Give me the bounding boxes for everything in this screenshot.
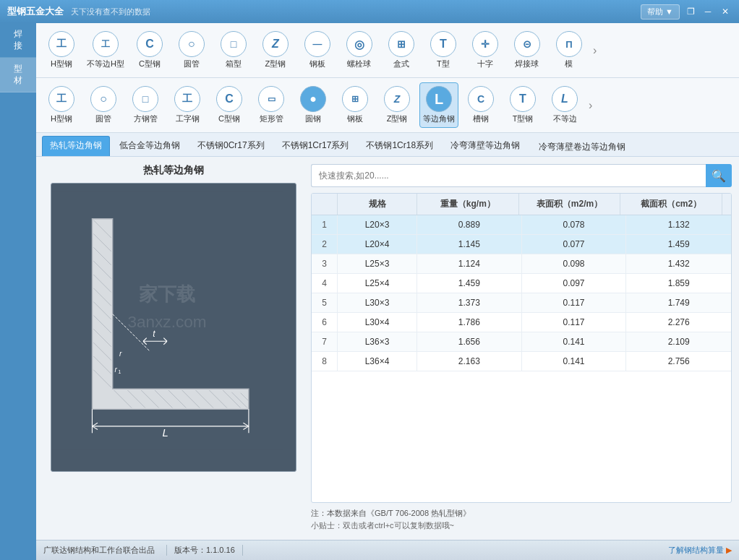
cell-num: 5 <box>312 293 338 312</box>
table-row[interactable]: 1 L20×3 0.889 0.078 1.132 <box>312 215 731 235</box>
data-section: 热轧等边角钢 家下载 3anxz.com <box>36 157 739 540</box>
cat-item-mold[interactable]: Π 模 <box>550 27 589 73</box>
learn-link[interactable]: 了解钢结构算量 ▶ <box>668 545 732 556</box>
table-row[interactable]: 4 L25×4 1.459 0.097 1.859 <box>312 274 731 293</box>
cat-item-box[interactable]: □ 箱型 <box>214 27 253 73</box>
cat-item-c-beam2[interactable]: C C型钢 <box>210 82 249 128</box>
row1-arrow[interactable]: › <box>591 44 598 57</box>
status-brand: 广联达钢结构和工作台联合出品 <box>43 545 155 556</box>
cat-icon-h2: 工 <box>48 86 74 112</box>
cat-icon-t1: T <box>430 31 456 57</box>
table-row[interactable]: 6 L30×4 1.786 0.117 2.276 <box>312 313 731 332</box>
cell-weight: 2.163 <box>417 352 522 371</box>
cat-label-plate1: 钢板 <box>309 59 325 69</box>
table-row[interactable]: 8 L36×4 2.163 0.141 2.756 <box>312 352 731 371</box>
cat-label-cross: 十字 <box>477 59 493 69</box>
cat-icon-plate1: ─ <box>304 31 330 57</box>
cell-section: 1.432 <box>626 254 731 273</box>
sub-tab-cold-thin[interactable]: 冷弯薄壁等边角钢 <box>443 136 528 156</box>
cell-num: 8 <box>312 352 338 371</box>
cat-label-rt1: 圆管 <box>184 59 200 69</box>
cat-item-round-tube1[interactable]: ○ 圆管 <box>172 27 211 73</box>
cat-label-rs: 圆钢 <box>305 113 321 124</box>
table-row[interactable]: 7 L36×3 1.656 0.141 2.109 <box>312 332 731 352</box>
sidebar: 焊接 型材 <box>0 23 36 560</box>
svg-text:1: 1 <box>118 369 121 375</box>
cat-item-t2[interactable]: T T型钢 <box>503 82 542 128</box>
cell-weight: 0.889 <box>417 215 522 234</box>
cat-item-unequal-h[interactable]: 工 不等边H型 <box>84 27 127 73</box>
cat-item-steel-plate2[interactable]: ⊞ 钢板 <box>336 82 375 128</box>
cat-icon-bb: ◎ <box>346 31 372 57</box>
cat-label-z1: Z型钢 <box>265 59 286 69</box>
svg-text:L: L <box>162 426 168 439</box>
sidebar-item-profile[interactable]: 型材 <box>0 58 36 92</box>
cat-item-groove[interactable]: C 槽钢 <box>461 82 500 128</box>
table-row[interactable]: 5 L30×3 1.373 0.117 1.749 <box>312 293 731 313</box>
category-row-2: 工 H型钢 ○ 圆管 □ 方钢管 工 工字钢 C C型钢 <box>42 82 733 128</box>
cat-item-unequal[interactable]: L 不等边 <box>545 82 584 128</box>
cat-label-z2: Z型钢 <box>387 113 408 124</box>
sub-tab-cold-coil[interactable]: 冷弯薄壁卷边等边角钢 <box>531 137 633 156</box>
cat-item-sq-tube[interactable]: □ 方钢管 <box>126 82 165 128</box>
table-content: 1 L20×3 0.889 0.078 1.132 2 L20×4 1.145 … <box>312 215 731 502</box>
cat-item-box2[interactable]: ⊞ 盒式 <box>382 27 421 73</box>
restore-button[interactable]: ❐ <box>684 5 697 18</box>
cat-item-h-beam[interactable]: 工 H型钢 <box>42 27 81 73</box>
cell-area: 0.117 <box>522 293 627 312</box>
table-row[interactable]: 3 L25×3 1.124 0.098 1.432 <box>312 254 731 274</box>
cat-icon-c1: C <box>137 31 163 57</box>
cat-label-uL: 不等边 <box>553 113 577 124</box>
status-bar: 广联达钢结构和工作台联合出品 版本号：1.1.0.16 了解钢结构算量 ▶ <box>36 540 739 560</box>
row2-arrow[interactable]: › <box>587 99 594 112</box>
svg-text:t: t <box>153 329 155 339</box>
cat-item-plate1[interactable]: ─ 钢板 <box>298 27 337 73</box>
cell-spec: L30×3 <box>338 293 417 312</box>
cell-weight: 1.373 <box>417 293 522 312</box>
help-button[interactable]: 帮助 ▼ <box>641 4 680 20</box>
cat-item-weld-ball[interactable]: ⊝ 焊接球 <box>508 27 547 73</box>
sidebar-item-welding[interactable]: 焊接 <box>0 23 36 58</box>
cell-spec: L25×3 <box>338 254 417 273</box>
sub-tab-hot-equal[interactable]: 热轧等边角钢 <box>42 136 110 156</box>
cell-spec: L20×4 <box>338 235 417 254</box>
cat-icon-L: L <box>426 86 452 112</box>
cat-icon-uL: L <box>552 86 578 112</box>
table-body[interactable]: 1 L20×3 0.889 0.078 1.132 2 L20×4 1.145 … <box>312 215 731 481</box>
search-button[interactable]: 🔍 <box>706 164 732 187</box>
cat-icon-mold: Π <box>556 31 582 57</box>
cell-num: 1 <box>312 215 338 234</box>
sub-tab-ss-1cr17[interactable]: 不锈钢1Cr17系列 <box>274 136 357 156</box>
cat-label-mold: 模 <box>565 59 573 69</box>
category-section-2: 工 H型钢 ○ 圆管 □ 方钢管 工 工字钢 C C型钢 <box>36 78 739 133</box>
cat-item-t1[interactable]: T T型 <box>424 27 463 73</box>
cell-section: 2.276 <box>626 313 731 332</box>
search-input[interactable] <box>311 164 706 187</box>
cat-item-z1[interactable]: Z Z型钢 <box>256 27 295 73</box>
col-spec: 规格 <box>338 194 417 215</box>
minimize-button[interactable]: ─ <box>701 5 714 18</box>
cat-item-c-beam1[interactable]: C C型钢 <box>130 27 169 73</box>
cat-item-round-steel[interactable]: ● 圆钢 <box>294 82 333 128</box>
cat-label-i: 工字钢 <box>176 113 200 124</box>
cat-icon-wb: ⊝ <box>514 31 540 57</box>
title-bar: 型钢五金大全 天下没有查不到的数据 帮助 ▼ ❐ ─ ✕ <box>0 0 739 23</box>
cat-item-round-tube2[interactable]: ○ 圆管 <box>84 82 123 128</box>
cat-item-bolt-ball[interactable]: ◎ 螺栓球 <box>340 27 379 73</box>
sub-tab-ss-0cr17[interactable]: 不锈钢0Cr17系列 <box>189 136 273 156</box>
cat-item-rect-tube[interactable]: ▭ 矩形管 <box>252 82 291 128</box>
table-row[interactable]: 2 L20×4 1.145 0.077 1.459 <box>312 235 731 254</box>
col-area: 表面积（m2/m） <box>519 194 621 215</box>
cat-item-i-beam[interactable]: 工 工字钢 <box>168 82 207 128</box>
cat-item-cross[interactable]: ✛ 十字 <box>466 27 505 73</box>
close-button[interactable]: ✕ <box>719 5 732 18</box>
cat-item-z2[interactable]: Z Z型钢 <box>377 82 417 128</box>
arrow-icon: ▶ <box>726 546 732 555</box>
cell-num: 4 <box>312 274 338 293</box>
cat-item-equal-angle[interactable]: L 等边角钢 <box>419 82 458 128</box>
sub-tab-ss-1cr18[interactable]: 不锈钢1Cr18系列 <box>358 136 441 156</box>
cat-item-h-beam2[interactable]: 工 H型钢 <box>42 82 81 128</box>
app-subtitle: 天下没有查不到的数据 <box>71 7 150 17</box>
app-title: 型钢五金大全 <box>7 5 64 18</box>
sub-tab-low-alloy[interactable]: 低合金等边角钢 <box>111 136 188 156</box>
